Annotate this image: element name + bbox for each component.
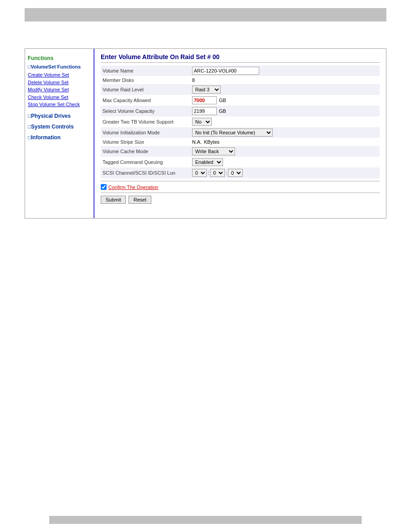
scsi-lun-select[interactable]: 0 1 bbox=[228, 169, 243, 177]
sidebar-system-controls-label: □System Controls bbox=[28, 124, 91, 130]
sidebar-physical-drives-label: □Physical Drives bbox=[28, 113, 91, 119]
stripe-size-unit: KBytes bbox=[204, 139, 219, 145]
field-label-raid-level: Volume Raid Level bbox=[101, 84, 190, 95]
panel: Functions □VolumeSet Functions Create Vo… bbox=[25, 48, 386, 219]
field-value-cache-mode: Write Back Write Through Write Around bbox=[190, 146, 380, 157]
table-row: Volume Name bbox=[101, 65, 380, 76]
field-label-cache-mode: Volume Cache Mode bbox=[101, 146, 190, 157]
sidebar-information-label: □Information bbox=[28, 134, 91, 141]
field-value-tcq: Enabled Disabled bbox=[190, 157, 380, 167]
button-row: Submit Reset bbox=[101, 196, 380, 204]
table-row: Greater Two TB Volume Support No Yes bbox=[101, 116, 380, 127]
volume-name-input[interactable] bbox=[192, 67, 259, 75]
field-label-member-disks: Member Disks bbox=[101, 76, 190, 84]
field-label-scsi: SCSI Channel/SCSI ID/SCSI Lun bbox=[101, 167, 190, 178]
sidebar-check-volume-set[interactable]: Check Volume Set bbox=[28, 94, 91, 101]
field-value-stripe-size: N.A. KBytes bbox=[190, 138, 380, 146]
field-label-volume-name: Volume Name bbox=[101, 65, 190, 76]
sidebar-functions-title: Functions bbox=[28, 55, 91, 61]
table-row: Tagged Command Queuing Enabled Disabled bbox=[101, 157, 380, 167]
table-row: SCSI Channel/SCSI ID/SCSI Lun 0 1 : 0 bbox=[101, 167, 380, 178]
member-disks-value: 8 bbox=[192, 77, 195, 83]
max-capacity-unit: GB bbox=[219, 98, 226, 103]
sidebar-delete-volume-set[interactable]: Delete Volume Set bbox=[28, 79, 91, 86]
sidebar-volumeset-label: □VolumeSet Functions bbox=[28, 64, 91, 69]
confirm-row: Confirm The Operation bbox=[101, 184, 380, 190]
scsi-id-select[interactable]: 0 1 bbox=[210, 169, 225, 177]
top-bar bbox=[25, 8, 386, 21]
greater-two-tb-select[interactable]: No Yes bbox=[192, 118, 212, 126]
main-content: Functions □VolumeSet Functions Create Vo… bbox=[25, 48, 386, 219]
table-row: Member Disks 8 bbox=[101, 76, 380, 84]
confirm-checkbox[interactable] bbox=[101, 184, 107, 190]
field-value-member-disks: 8 bbox=[190, 76, 380, 84]
scsi-channel-select[interactable]: 0 1 bbox=[192, 169, 207, 177]
field-label-tcq: Tagged Command Queuing bbox=[101, 157, 190, 167]
field-label-max-capacity: Max Capacity Allowed bbox=[101, 95, 190, 106]
init-mode-select[interactable]: No Init (To Rescue Volume) Quick Init (T… bbox=[192, 129, 273, 137]
right-content: Enter Volume Attribute On Raid Set # 00 … bbox=[94, 49, 386, 218]
sidebar: Functions □VolumeSet Functions Create Vo… bbox=[25, 49, 94, 218]
field-value-init-mode: No Init (To Rescue Volume) Quick Init (T… bbox=[190, 127, 380, 138]
stripe-size-value: N.A. bbox=[192, 139, 201, 145]
sidebar-create-volume-set[interactable]: Create Volume Set bbox=[28, 71, 91, 79]
field-label-stripe-size: Volume Stripe Size bbox=[101, 138, 190, 146]
field-label-volume-capacity: Select Volume Capacity bbox=[101, 106, 190, 116]
field-value-max-capacity: GB bbox=[190, 95, 380, 106]
divider bbox=[101, 181, 380, 181]
sidebar-stop-volume-set-check[interactable]: Stop Volume Set Check bbox=[28, 101, 91, 108]
divider2 bbox=[101, 193, 380, 193]
volume-capacity-input[interactable] bbox=[192, 107, 217, 115]
field-label-init-mode: Volume Initialization Mode bbox=[101, 127, 190, 138]
table-row: Volume Stripe Size N.A. KBytes bbox=[101, 138, 380, 146]
table-row: Max Capacity Allowed GB bbox=[101, 95, 380, 106]
table-row: Select Volume Capacity GB bbox=[101, 106, 380, 116]
field-value-volume-name bbox=[190, 65, 380, 76]
max-capacity-input[interactable] bbox=[192, 96, 217, 104]
field-label-greater-two-tb: Greater Two TB Volume Support bbox=[101, 116, 190, 127]
raid-level-select[interactable]: Raid 0 Raid 1 Raid 3 Raid 5 Raid 6 Raid … bbox=[192, 86, 221, 94]
cache-mode-select[interactable]: Write Back Write Through Write Around bbox=[192, 147, 235, 155]
table-row: Volume Cache Mode Write Back Write Throu… bbox=[101, 146, 380, 157]
field-value-greater-two-tb: No Yes bbox=[190, 116, 380, 127]
form-table: Volume Name Member Disks 8 Vo bbox=[101, 65, 380, 178]
sidebar-modify-volume-set[interactable]: Modify Volume Set bbox=[28, 86, 91, 94]
field-value-scsi: 0 1 : 0 1 : 0 bbox=[190, 167, 380, 178]
form-title: Enter Volume Attribute On Raid Set # 00 bbox=[101, 53, 380, 63]
confirm-label: Confirm The Operation bbox=[108, 184, 158, 190]
table-row: Volume Initialization Mode No Init (To R… bbox=[101, 127, 380, 138]
field-value-raid-level: Raid 0 Raid 1 Raid 3 Raid 5 Raid 6 Raid … bbox=[190, 84, 380, 95]
volume-capacity-unit: GB bbox=[219, 108, 226, 114]
submit-button[interactable]: Submit bbox=[101, 196, 126, 204]
reset-button[interactable]: Reset bbox=[128, 196, 151, 204]
field-value-volume-capacity: GB bbox=[190, 106, 380, 116]
bottom-bar bbox=[49, 516, 362, 524]
tcq-select[interactable]: Enabled Disabled bbox=[192, 158, 223, 166]
table-row: Volume Raid Level Raid 0 Raid 1 Raid 3 R… bbox=[101, 84, 380, 95]
